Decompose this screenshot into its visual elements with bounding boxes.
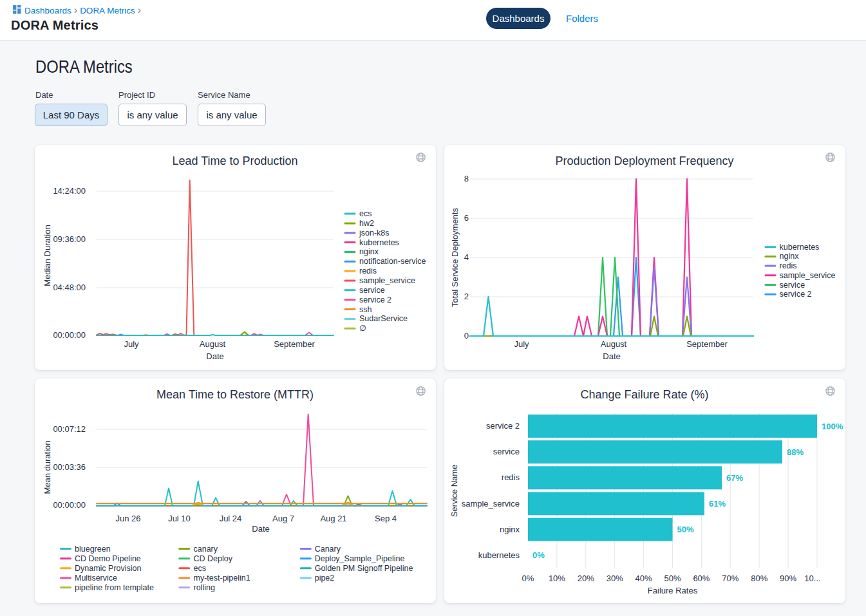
svg-text:service 2: service 2 [359,295,391,304]
svg-text:notification-service: notification-service [359,257,426,266]
svg-text:bluegreen: bluegreen [75,545,111,554]
svg-text:ecs: ecs [359,209,372,218]
svg-text:rolling: rolling [194,583,215,592]
svg-text:0%: 0% [522,574,534,583]
svg-text:2: 2 [464,292,469,301]
svg-text:Date: Date [252,524,269,534]
svg-text:61%: 61% [709,499,726,509]
svg-text:pipeline from template: pipeline from template [75,583,154,592]
svg-text:88%: 88% [787,447,804,457]
svg-text:CD Deploy: CD Deploy [194,554,233,563]
svg-text:Lead Time to Production: Lead Time to Production [172,154,297,167]
svg-text:Sep 4: Sep 4 [375,514,397,523]
svg-text:Mean Time to Restore (MTTR): Mean Time to Restore (MTTR) [156,388,314,401]
svg-text:00:00:00: 00:00:00 [53,500,86,510]
svg-text:Failure Rates: Failure Rates [648,586,698,595]
svg-text:Deploy_Sample_Pipeline: Deploy_Sample_Pipeline [315,554,405,563]
svg-text:redis: redis [780,261,797,270]
svg-text:hw2: hw2 [359,219,374,228]
svg-text:SudarService: SudarService [359,314,408,323]
svg-text:August: August [200,339,226,349]
svg-text:Aug 21: Aug 21 [320,514,346,523]
svg-text:Production Deployment Frequenc: Production Deployment Frequency [555,154,733,167]
svg-text:Jun 26: Jun 26 [115,514,140,523]
svg-text:August: August [601,339,627,349]
svg-text:kubernetes: kubernetes [478,550,520,560]
svg-text:service: service [359,286,385,295]
svg-text:Change Failure Rate (%): Change Failure Rate (%) [580,388,708,401]
svg-text:nginx: nginx [359,247,379,256]
svg-text:September: September [686,339,728,349]
svg-text:Median Duration: Median Duration [42,225,52,286]
svg-text:July: July [514,339,529,349]
svg-text:10...: 10... [804,574,820,583]
svg-text:July: July [124,339,139,349]
svg-text:0: 0 [464,331,469,341]
svg-text:kubernetes: kubernetes [780,243,820,252]
svg-text:Service Name: Service Name [449,465,459,518]
svg-text:90%: 90% [780,574,796,583]
svg-text:67%: 67% [726,473,743,483]
svg-text:Date: Date [603,351,620,361]
svg-text:kubernetes: kubernetes [359,238,399,247]
svg-text:nginx: nginx [780,252,800,261]
svg-text:8: 8 [464,174,469,183]
svg-text:00:00:00: 00:00:00 [53,330,86,340]
svg-text:service 2: service 2 [780,290,812,299]
svg-text:Aug 7: Aug 7 [272,514,294,523]
svg-text:redis: redis [502,472,520,482]
svg-text:Golden PM Signoff Pipeline: Golden PM Signoff Pipeline [315,564,413,573]
svg-text:00:07:12: 00:07:12 [53,424,86,434]
svg-text:4: 4 [464,252,469,262]
svg-text:100%: 100% [822,422,843,431]
svg-text:09:36:00: 09:36:00 [53,234,86,244]
svg-text:20%: 20% [578,574,594,583]
svg-text:Mean duration: Mean duration [42,440,52,494]
svg-text:my-test-pipelin1: my-test-pipelin1 [194,574,250,583]
svg-text:70%: 70% [722,574,739,583]
svg-text:September: September [274,339,315,349]
svg-text:nginx: nginx [500,525,520,534]
svg-text:Jul 24: Jul 24 [220,514,242,523]
svg-text:sample_service: sample_service [780,271,836,280]
svg-text:Multiservice: Multiservice [75,574,117,583]
svg-text:00:03:36: 00:03:36 [53,462,86,472]
svg-text:ecs: ecs [194,564,206,573]
svg-text:sample_service: sample_service [359,276,415,285]
svg-text:Dynamic Provision: Dynamic Provision [75,564,142,573]
svg-text:ssh: ssh [359,305,372,314]
svg-text:∅: ∅ [359,324,366,333]
svg-text:sample_service: sample_service [462,499,520,509]
svg-text:Jul 10: Jul 10 [168,514,191,523]
svg-text:60%: 60% [693,574,710,583]
svg-text:30%: 30% [607,574,623,583]
svg-text:json-k8s: json-k8s [359,229,390,238]
svg-text:pipe2: pipe2 [315,574,335,583]
svg-text:14:24:00: 14:24:00 [53,186,86,196]
svg-text:80%: 80% [751,574,767,583]
svg-text:CD Demo Pipeline: CD Demo Pipeline [75,554,141,563]
svg-text:service 2: service 2 [486,421,520,431]
svg-text:Canary: Canary [315,545,341,554]
svg-text:Date: Date [206,351,223,361]
svg-text:04:48:00: 04:48:00 [53,283,86,292]
svg-text:canary: canary [194,545,218,554]
svg-text:50%: 50% [677,525,694,534]
svg-text:Total Service Deployments: Total Service Deployments [450,208,460,307]
svg-text:6: 6 [464,213,469,223]
svg-text:service: service [493,447,520,456]
svg-text:service: service [780,281,805,290]
svg-text:40%: 40% [635,574,652,583]
svg-text:redis: redis [359,266,377,275]
svg-text:50%: 50% [664,574,681,583]
svg-text:10%: 10% [549,574,565,583]
svg-text:0%: 0% [532,550,545,560]
